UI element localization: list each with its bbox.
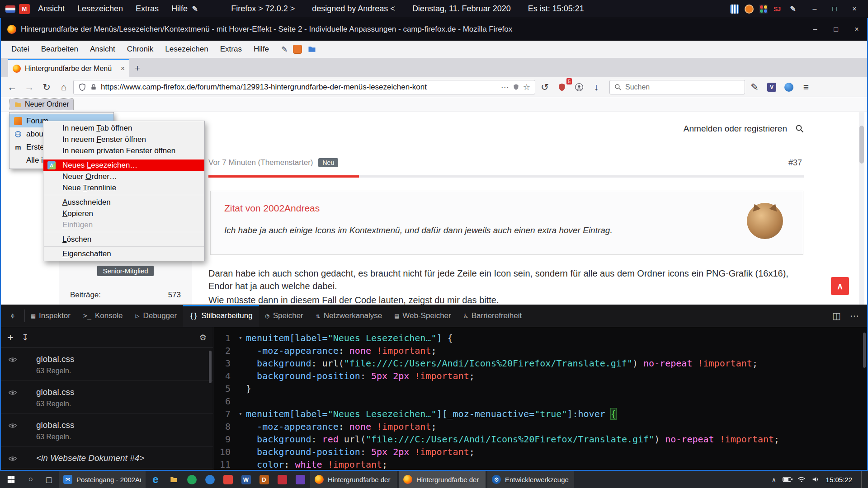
compose-extension-icon[interactable]: ✎: [747, 80, 762, 95]
v-extension-icon[interactable]: V: [764, 80, 779, 95]
close-button[interactable]: ×: [844, 0, 864, 18]
taskbar-app-icon[interactable]: [291, 471, 309, 488]
context-menu-item[interactable]: ANeues Lesezeichen…: [43, 160, 204, 171]
close-button[interactable]: ×: [846, 18, 867, 41]
account-button[interactable]: [571, 80, 587, 95]
ublock-button[interactable]: 5: [554, 80, 570, 95]
home-button[interactable]: ⌂: [56, 80, 71, 95]
pick-element-icon[interactable]: ⌖: [1, 305, 24, 327]
code-editor[interactable]: 1▾menuitem[label="Neues Lesezeichen…"] {…: [213, 327, 867, 470]
pencil-icon[interactable]: ✎: [281, 45, 288, 54]
tab-active[interactable]: Hintergrundfarbe der Menü ×: [8, 59, 129, 77]
start-button[interactable]: [0, 471, 22, 488]
devtools-tab-storage[interactable]: ▤Web-Speicher: [388, 305, 457, 327]
stylesheet-row[interactable]: global.css 63 Regeln.: [1, 414, 213, 447]
bookmark-folder-button[interactable]: Neuer Ordner: [10, 99, 73, 110]
stylesheet-row[interactable]: global.css 63 Regeln.: [1, 381, 213, 414]
lock-icon[interactable]: [90, 84, 97, 91]
taskbar-app-icon[interactable]: [219, 471, 237, 488]
taskbar-app-icon[interactable]: [273, 471, 291, 488]
tab-close-icon[interactable]: ×: [121, 65, 125, 73]
scrollbar-thumb[interactable]: [863, 333, 866, 368]
taskbar-window-firefox-2-active[interactable]: Hintergrundfarbe der …: [399, 471, 486, 488]
dock-icon[interactable]: ◫: [832, 310, 841, 321]
menubar-item[interactable]: Extras: [214, 45, 248, 54]
cortana-icon[interactable]: ○: [22, 471, 40, 488]
battery-icon[interactable]: [783, 477, 791, 482]
context-menu-item[interactable]: Neue Trennlinie: [43, 182, 204, 193]
fold-arrow[interactable]: ▾: [235, 408, 246, 420]
url-text[interactable]: https://www.camp-firefox.de/forum/thema/…: [101, 83, 497, 92]
taskbar-window-mail[interactable]: ✉ Posteingang - 2002An…: [59, 471, 146, 488]
topbar-menu-item[interactable]: Hilfe: [171, 4, 188, 14]
globe-extension-icon[interactable]: [781, 80, 797, 95]
context-menu-item[interactable]: In neuem Tab öffnen: [43, 122, 204, 134]
orange-app-icon[interactable]: [293, 45, 302, 54]
post-number[interactable]: #37: [788, 158, 802, 168]
reload-button[interactable]: ↻: [39, 80, 54, 95]
menu-button[interactable]: ≡: [798, 80, 814, 95]
topbar-menu-item[interactable]: Ansicht: [38, 4, 65, 14]
orange-extension-icon[interactable]: [745, 5, 754, 14]
context-menu-item[interactable]: In neuem privaten Fenster öffnen: [43, 145, 204, 156]
menubar-item[interactable]: Lesezeichen: [159, 45, 214, 54]
devtools-tab-accessibility[interactable]: ♿Barrierefreiheit: [458, 305, 528, 327]
menubar-item[interactable]: Hilfe: [248, 45, 275, 54]
forward-button[interactable]: →: [22, 80, 37, 95]
devtools-tab-console[interactable]: >_Konsole: [77, 305, 129, 327]
scrollbar-thumb[interactable]: [859, 126, 864, 164]
page-actions-icon[interactable]: ⋯: [501, 82, 509, 92]
explorer-icon[interactable]: [165, 471, 183, 488]
meatball-menu-icon[interactable]: ⋯: [850, 310, 859, 321]
emoji-grid-icon[interactable]: [759, 5, 768, 14]
edge-icon[interactable]: e: [146, 471, 165, 488]
topbar-menu-item[interactable]: Lesezeichen: [77, 4, 123, 14]
minimize-button[interactable]: –: [805, 0, 825, 18]
history-button[interactable]: ↺: [537, 80, 552, 95]
menubar-item[interactable]: Ansicht: [84, 45, 121, 54]
post-meta[interactable]: Vor 7 Minuten (Themenstarter): [208, 158, 313, 167]
context-menu-item[interactable]: Eigenschaften: [43, 248, 204, 259]
url-bar[interactable]: https://www.camp-firefox.de/forum/thema/…: [73, 80, 535, 94]
menubar-item[interactable]: Bearbeiten: [35, 45, 84, 54]
volume-icon[interactable]: [812, 476, 820, 483]
show-desktop-button[interactable]: [861, 471, 863, 488]
search-bar[interactable]: [609, 80, 745, 94]
devtools-tab-memory[interactable]: ◔Speicher: [259, 305, 310, 327]
tracking-protection-icon[interactable]: [78, 83, 86, 91]
scrollbar-thumb[interactable]: [209, 351, 212, 383]
context-menu-item[interactable]: Neuer Ordner…: [43, 171, 204, 182]
devtools-tab-debugger[interactable]: ▷Debugger: [129, 305, 183, 327]
scroll-to-top-button[interactable]: ∧: [831, 277, 849, 295]
tray-chevron-icon[interactable]: ∧: [772, 476, 776, 483]
eye-icon[interactable]: [8, 388, 17, 397]
search-input[interactable]: [625, 83, 740, 91]
sj-logo-icon[interactable]: SJ: [774, 5, 780, 13]
context-menu-item[interactable]: Kopieren: [43, 208, 204, 219]
fold-arrow[interactable]: ▾: [235, 332, 246, 344]
taskbar-app-icon[interactable]: [183, 471, 201, 488]
permissions-shield-icon[interactable]: [513, 84, 519, 90]
maximize-button[interactable]: □: [825, 0, 844, 18]
gear-icon[interactable]: ⚙: [199, 333, 207, 343]
eye-icon[interactable]: [8, 421, 17, 430]
blue-folder-icon[interactable]: [307, 45, 316, 54]
maximize-button[interactable]: □: [826, 18, 846, 41]
back-button[interactable]: ←: [5, 80, 20, 95]
task-view-icon[interactable]: ▢: [40, 471, 58, 488]
context-menu-item[interactable]: Ausschneiden: [43, 197, 204, 208]
login-link[interactable]: Anmelden oder registrieren: [684, 124, 787, 134]
devtools-tab-style-editor[interactable]: {}Stilbearbeitung: [183, 305, 259, 327]
flag-icon[interactable]: [5, 5, 15, 13]
avatar-cat[interactable]: [747, 203, 783, 239]
quote-title[interactable]: Zitat von 2002Andreas: [224, 203, 789, 214]
clock[interactable]: 15:05:22: [826, 476, 852, 483]
devtools-tab-inspector[interactable]: ▦Inspektor: [25, 305, 77, 327]
pen-flag-icon[interactable]: ✎: [788, 4, 798, 14]
eye-icon[interactable]: [8, 454, 17, 463]
context-menu-item[interactable]: Löschen: [43, 234, 204, 245]
new-tab-button[interactable]: +: [129, 59, 146, 77]
menubar-item[interactable]: Datei: [5, 45, 35, 54]
stylesheet-row[interactable]: global.css 63 Regeln.: [1, 348, 213, 381]
eye-icon[interactable]: [8, 355, 17, 364]
